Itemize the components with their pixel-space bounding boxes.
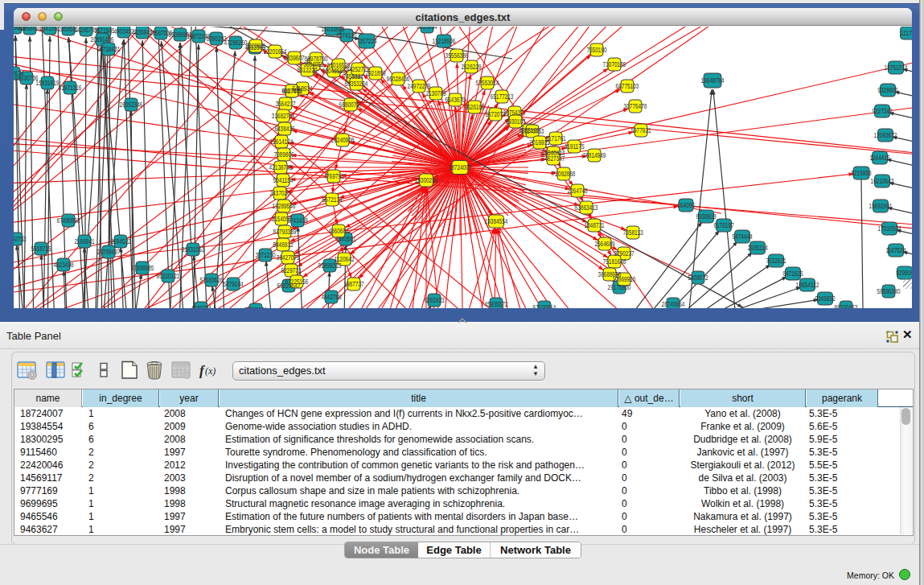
svg-text:7350753: 7350753 [14,235,27,243]
svg-text:4860684: 4860684 [328,227,348,235]
svg-text:2935114: 2935114 [747,244,767,252]
svg-text:6672134: 6672134 [322,196,342,204]
svg-text:28814949: 28814949 [583,151,606,159]
svg-text:65177213: 65177213 [491,93,514,101]
svg-text:1987737: 1987737 [343,280,363,288]
svg-text:4191175: 4191175 [564,142,584,150]
svg-text:81971316: 81971316 [59,84,82,92]
svg-text:(x): (x) [205,365,216,377]
svg-text:164095: 164095 [677,201,695,209]
svg-text:26053346: 26053346 [120,101,143,109]
svg-text:2694522: 2694522 [110,237,130,245]
svg-text:8471626: 8471626 [782,270,803,278]
svg-text:17869910: 17869910 [613,275,636,283]
svg-text:1848731: 1848731 [584,221,604,229]
svg-text:34627347: 34627347 [542,154,565,163]
svg-text:16210643: 16210643 [871,177,894,185]
svg-text:1120642: 1120642 [334,255,354,263]
svg-text:12614124: 12614124 [270,138,294,146]
svg-text:91030736: 91030736 [15,74,39,82]
svg-text:7374122: 7374122 [336,31,356,39]
svg-text:38538251: 38538251 [244,306,268,308]
svg-text:4823498: 4823498 [53,261,73,269]
svg-text:1244415: 1244415 [869,154,889,162]
svg-text:68353204: 68353204 [345,80,368,88]
svg-text:89978790: 89978790 [305,55,328,63]
svg-text:2839607: 2839607 [284,54,304,62]
svg-text:19384554: 19384554 [485,217,508,225]
svg-text:63100814: 63100814 [533,303,556,308]
svg-text:38427073: 38427073 [277,253,300,262]
svg-text:8215958: 8215958 [851,169,871,177]
svg-text:20891406: 20891406 [91,35,114,43]
svg-text:5171761: 5171761 [545,134,565,142]
svg-text:28740864: 28740864 [662,300,685,308]
svg-text:3341057: 3341057 [39,27,60,32]
svg-text:6543670: 6543670 [445,96,465,104]
svg-text:6440561: 6440561 [335,235,355,243]
svg-text:6229731: 6229731 [281,266,301,274]
svg-text:83863413: 83863413 [575,204,598,212]
svg-text:45935572: 45935572 [485,300,508,308]
svg-text:2564689: 2564689 [594,240,614,248]
svg-text:9227342: 9227342 [872,107,892,115]
svg-text:8930103: 8930103 [505,117,525,126]
svg-text:5408072: 5408072 [688,274,708,282]
svg-text:6292423: 6292423 [424,296,444,304]
svg-text:3790237: 3790237 [614,249,634,257]
svg-text:7632621: 7632621 [766,257,786,265]
svg-text:4539704: 4539704 [191,304,211,308]
svg-text:6179197: 6179197 [713,221,733,229]
svg-text:18724007: 18724007 [449,163,472,171]
svg-text:87490893: 87490893 [57,216,80,225]
svg-text:2921859: 2921859 [365,69,385,77]
svg-text:5918715: 5918715 [31,245,51,253]
svg-text:15751074: 15751074 [885,64,908,72]
svg-text:10654112: 10654112 [796,281,819,289]
svg-text:4842788: 4842788 [321,293,341,301]
svg-text:38754377: 38754377 [503,109,527,117]
svg-text:68800797: 68800797 [339,101,363,109]
svg-text:8612220: 8612220 [297,66,317,74]
svg-text:12093872: 12093872 [874,131,897,139]
svg-text:11175: 11175 [901,29,912,37]
svg-text:2130789: 2130789 [425,89,446,97]
svg-text:15692991: 15692991 [869,202,893,210]
svg-text:7550190: 7550190 [586,46,606,54]
svg-text:7357224: 7357224 [356,37,376,45]
svg-text:4903402: 4903402 [113,27,133,35]
svg-text:19218506: 19218506 [433,37,456,45]
svg-text:9626108: 9626108 [464,103,484,111]
svg-text:47308985: 47308985 [131,264,154,272]
svg-text:15831819: 15831819 [36,79,60,87]
svg-text:19289546: 19289546 [273,202,296,210]
svg-text:35556386: 35556386 [446,51,469,60]
svg-text:5041154: 5041154 [273,176,293,184]
svg-text:9245652: 9245652 [815,295,835,303]
svg-text:57553014: 57553014 [476,79,499,87]
svg-text:8938918: 8938918 [696,212,716,220]
svg-text:88320463: 88320463 [835,303,858,308]
svg-text:16648784: 16648784 [701,76,725,84]
svg-text:26240908: 26240908 [331,136,355,144]
svg-text:71070189: 71070189 [603,60,626,68]
svg-text:17270733: 17270733 [521,127,544,135]
svg-text:72092888: 72092888 [552,170,576,178]
svg-text:2626229: 2626229 [461,63,481,71]
svg-text:9329906: 9329906 [877,86,897,94]
svg-text:20709497: 20709497 [97,248,121,256]
svg-text:23718431: 23718431 [97,45,121,53]
svg-text:30776478: 30776478 [624,102,647,110]
svg-text:2166941: 2166941 [74,237,94,245]
svg-text:58586340: 58586340 [877,287,901,295]
svg-text:57683626: 57683626 [200,276,224,284]
svg-text:22201654: 22201654 [264,47,287,56]
svg-text:66775103: 66775103 [616,82,639,90]
svg-text:1167534: 1167534 [885,246,906,254]
svg-text:47295260: 47295260 [224,39,248,47]
svg-text:3154051: 3154051 [271,215,291,223]
svg-text:83793389: 83793389 [273,228,297,236]
svg-text:7089806: 7089806 [273,150,294,159]
svg-text:31682744: 31682744 [272,112,295,120]
svg-text:3564217: 3564217 [275,100,295,108]
